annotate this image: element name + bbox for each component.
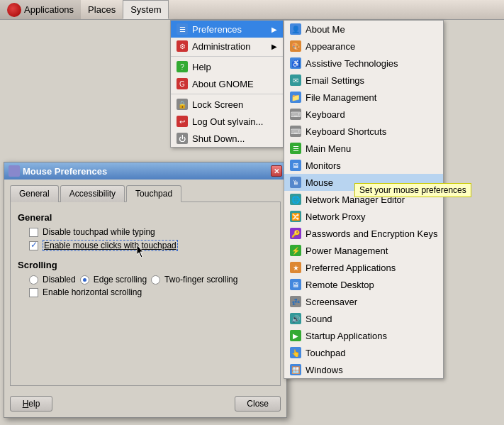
pref-assistive-tech[interactable]: ♿ Assistive Technologies <box>284 55 443 72</box>
menu-item-lock-screen[interactable]: 🔒 Lock Screen <box>171 96 283 113</box>
passwords-icon: 🔑 <box>290 228 301 239</box>
places-menu[interactable]: Places <box>81 0 123 19</box>
enable-clicks-row: Enable mouse clicks with touchpad <box>29 240 273 251</box>
main-menu-label: Main Menu <box>306 143 351 154</box>
menu-item-about-gnome[interactable]: G About GNOME <box>171 75 283 92</box>
pref-email[interactable]: ✉ Email Settings <box>284 72 443 89</box>
touchpad-label: Touchpad <box>306 348 345 358</box>
horizontal-scrolling-label[interactable]: Enable horizontal scrolling <box>43 287 142 297</box>
menu-item-preferences[interactable]: ☰ Preferences ▶ <box>171 21 283 38</box>
tab-accessibility[interactable]: Accessibility <box>60 185 125 202</box>
windows-label: Windows <box>306 365 343 375</box>
monitors-icon: 🖥 <box>290 160 301 171</box>
tab-accessibility-label: Accessibility <box>69 189 116 199</box>
network-proxy-icon: 🔀 <box>290 211 301 222</box>
menu-item-administration[interactable]: ⚙ Administration ▶ <box>171 38 283 55</box>
keyboard-shortcuts-label: Keyboard Shortcuts <box>306 126 386 137</box>
passwords-label: Passwords and Encryption Keys <box>306 228 437 239</box>
titlebar-left: Mouse Preferences <box>9 165 107 177</box>
pref-monitors[interactable]: 🖥 Monitors <box>284 157 443 174</box>
mouse-icon: 🖱 <box>290 177 301 188</box>
scrolling-two-finger-radio[interactable] <box>151 275 160 285</box>
horizontal-scrolling-checkbox[interactable] <box>29 288 38 297</box>
places-label: Places <box>88 4 116 15</box>
scrolling-section-label: Scrolling <box>18 260 273 270</box>
separator-2 <box>171 94 283 94</box>
scrolling-disabled-label[interactable]: Disabled <box>43 275 76 285</box>
pref-sound[interactable]: 🔊 Sound <box>284 310 443 327</box>
gnome-icon <box>7 3 21 17</box>
sound-label: Sound <box>306 314 332 324</box>
disable-touchpad-label[interactable]: Disable touchpad while typing <box>43 227 155 237</box>
email-label: Email Settings <box>306 75 364 86</box>
arrow-icon: ▶ <box>271 26 277 33</box>
pref-remote-desktop[interactable]: 🖥 Remote Desktop <box>284 276 443 293</box>
pref-network-proxy[interactable]: 🔀 Network Proxy <box>284 208 443 225</box>
system-menu[interactable]: System <box>123 0 169 19</box>
pref-keyboard[interactable]: ⌨ Keyboard <box>284 106 443 123</box>
administration-icon: ⚙ <box>177 40 188 52</box>
screensaver-label: Screensaver <box>306 297 357 307</box>
dialog-content: General Accessibility Touchpad General D… <box>4 180 286 392</box>
tab-touchpad[interactable]: Touchpad <box>126 185 181 202</box>
pref-startup-apps[interactable]: ▶ Startup Applications <box>284 327 443 344</box>
help-button[interactable]: Help <box>10 396 52 412</box>
appearance-icon: 🎨 <box>290 40 301 52</box>
applications-menu[interactable]: Applications <box>0 0 81 19</box>
touchpad-icon: 👆 <box>290 347 301 358</box>
menu-item-logout[interactable]: ↩ Log Out sylvain... <box>171 113 283 130</box>
remote-desktop-label: Remote Desktop <box>306 280 374 290</box>
pref-power[interactable]: ⚡ Power Management <box>284 242 443 259</box>
pref-main-menu[interactable]: ☰ Main Menu <box>284 140 443 157</box>
power-icon: ⚡ <box>290 245 301 256</box>
startup-icon: ▶ <box>290 330 301 341</box>
general-section-label: General <box>18 212 273 223</box>
arrow-icon-admin: ▶ <box>271 43 277 50</box>
menu-item-shutdown[interactable]: ⏻ Shut Down... <box>171 130 283 147</box>
help-button-label: Help <box>23 399 40 409</box>
preferences-label: Preferences <box>192 24 242 35</box>
shutdown-label: Shut Down... <box>192 133 245 144</box>
tab-general[interactable]: General <box>10 185 59 202</box>
scrolling-edge-label[interactable]: Edge scrolling <box>94 275 147 285</box>
mouse-preferences-dialog: Mouse Preferences ✕ General Accessibilit… <box>4 162 287 418</box>
mouse-label: Mouse <box>306 177 333 188</box>
pref-touchpad[interactable]: 👆 Touchpad <box>284 344 443 361</box>
about-me-icon: 👤 <box>290 23 301 35</box>
pref-preferred-apps[interactable]: ★ Preferred Applications <box>284 259 443 276</box>
pref-appearance[interactable]: 🎨 Appearance <box>284 38 443 55</box>
pref-screensaver[interactable]: 💤 Screensaver <box>284 293 443 310</box>
pref-about-me[interactable]: 👤 About Me <box>284 21 443 38</box>
email-icon: ✉ <box>290 74 301 86</box>
file-mgmt-label: File Management <box>306 92 376 103</box>
dialog-close-button[interactable]: ✕ <box>271 165 282 177</box>
dialog-title: Mouse Preferences <box>23 166 107 177</box>
disable-touchpad-row: Disable touchpad while typing <box>29 227 273 237</box>
disable-touchpad-checkbox[interactable] <box>29 228 38 237</box>
pref-windows[interactable]: 🪟 Windows <box>284 361 443 378</box>
enable-clicks-checkbox[interactable] <box>29 241 38 250</box>
menu-item-help[interactable]: ? Help <box>171 58 283 75</box>
dialog-footer: Help Close <box>4 392 286 417</box>
help-icon: ? <box>177 61 188 72</box>
close-button-label: Close <box>247 399 269 409</box>
scrolling-disabled-radio[interactable] <box>29 275 38 285</box>
tooltip-text: Set your mouse preferences <box>359 185 466 195</box>
monitors-label: Monitors <box>306 160 341 171</box>
tab-content-area: General Disable touchpad while typing En… <box>10 202 281 386</box>
main-menu-icon: ☰ <box>290 143 301 154</box>
taskbar: Applications Places System <box>0 0 504 20</box>
keyboard-shortcuts-icon: ⌨ <box>290 126 301 137</box>
enable-clicks-label[interactable]: Enable mouse clicks with touchpad <box>43 240 178 251</box>
tab-general-label: General <box>19 189 50 199</box>
pref-keyboard-shortcuts[interactable]: ⌨ Keyboard Shortcuts <box>284 123 443 140</box>
scrolling-two-finger-label[interactable]: Two-finger scrolling <box>164 275 237 285</box>
preferred-apps-label: Preferred Applications <box>306 263 396 273</box>
pref-passwords[interactable]: 🔑 Passwords and Encryption Keys <box>284 225 443 242</box>
preferred-apps-icon: ★ <box>290 262 301 273</box>
network-proxy-label: Network Proxy <box>306 211 366 222</box>
scrolling-edge-radio[interactable] <box>80 275 89 285</box>
pref-file-mgmt[interactable]: 📁 File Management <box>284 89 443 106</box>
system-dropdown: ☰ Preferences ▶ ⚙ Administration ▶ ? Hel… <box>170 20 284 148</box>
close-button[interactable]: Close <box>235 396 281 412</box>
